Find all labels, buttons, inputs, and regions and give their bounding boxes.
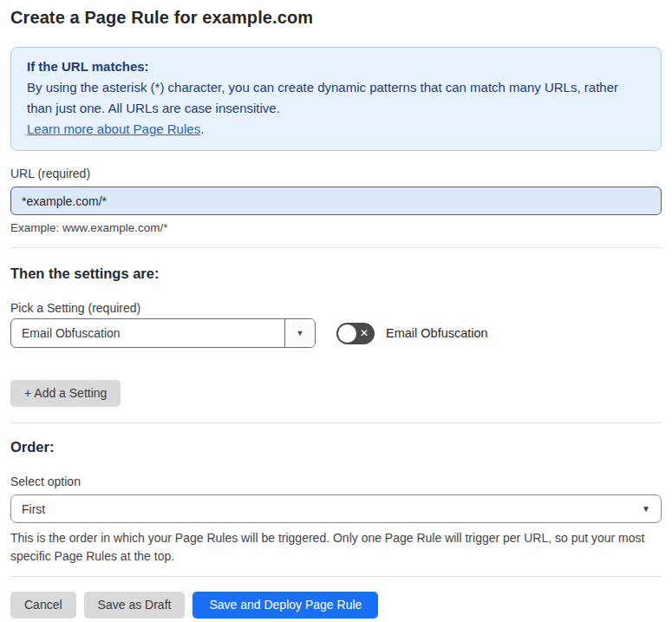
divider-actions xyxy=(10,576,662,577)
url-label: URL (required) xyxy=(10,167,662,180)
url-match-notice: If the URL matches: By using the asteris… xyxy=(10,47,662,151)
setting-select[interactable]: Email Obfuscation ▼ xyxy=(10,318,316,348)
order-select-label: Select option xyxy=(10,475,662,488)
notice-body: By using the asterisk (*) character, you… xyxy=(27,77,645,119)
toggle-off-icon: ✕ xyxy=(360,328,369,338)
add-setting-button[interactable]: + Add a Setting xyxy=(10,380,121,407)
learn-more-link[interactable]: Learn more about Page Rules xyxy=(27,121,200,136)
action-bar: Cancel Save as Draft Save and Deploy Pag… xyxy=(10,592,662,619)
page-title: Create a Page Rule for example.com xyxy=(10,8,662,28)
order-heading: Order: xyxy=(10,439,662,455)
notice-link-suffix: . xyxy=(200,121,204,136)
email-obfuscation-toggle[interactable]: ✕ xyxy=(336,323,375,344)
save-draft-button[interactable]: Save as Draft xyxy=(84,592,186,619)
order-select-value: First xyxy=(22,502,45,516)
save-deploy-button[interactable]: Save and Deploy Page Rule xyxy=(192,592,378,619)
pick-setting-label: Pick a Setting (required) xyxy=(10,301,662,315)
notice-heading: If the URL matches: xyxy=(27,56,645,77)
page-rule-form: Create a Page Rule for example.com If th… xyxy=(0,0,672,619)
setting-select-value: Email Obfuscation xyxy=(11,319,284,347)
toggle-label: Email Obfuscation xyxy=(386,326,488,340)
chevron-down-icon: ▼ xyxy=(642,504,650,514)
divider-url xyxy=(10,247,662,248)
url-input[interactable] xyxy=(10,187,662,215)
order-help-text: This is the order in which your Page Rul… xyxy=(10,529,652,566)
setting-row: Email Obfuscation ▼ ✕ Email Obfuscation xyxy=(10,318,662,348)
url-example: Example: www.example.com/* xyxy=(10,221,662,234)
divider-settings xyxy=(10,422,662,423)
notice-link-line: Learn more about Page Rules. xyxy=(27,119,645,140)
cancel-button[interactable]: Cancel xyxy=(10,592,76,619)
toggle-knob xyxy=(338,324,356,343)
settings-heading: Then the settings are: xyxy=(10,265,662,282)
dropdown-arrow-icon[interactable]: ▼ xyxy=(284,319,315,347)
order-select[interactable]: First ▼ xyxy=(10,494,662,523)
